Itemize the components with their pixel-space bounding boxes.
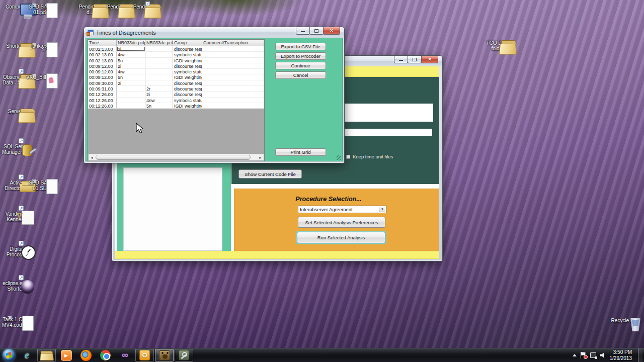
table-row[interactable]: 00:02:13.005nIGDI weighting (88, 58, 264, 63)
continue-button[interactable]: Continue (275, 62, 326, 69)
grid-header-cell[interactable]: Group (173, 40, 202, 46)
grid-cell[interactable]: 00:09:30.00 (88, 80, 117, 85)
results-listbox[interactable] (123, 167, 222, 251)
grid-cell[interactable]: discourse respo (173, 63, 202, 68)
grid-cell[interactable] (117, 98, 145, 103)
table-row[interactable]: 00:09:12.005nIGDI weighting (88, 74, 264, 80)
grid-cell[interactable]: discourse respo (173, 46, 202, 51)
grid-cell[interactable] (117, 103, 145, 108)
procedure-dropdown[interactable]: Interobserver Agreement ▼ (298, 206, 386, 213)
desktop-icon-tco-data[interactable]: TCO Data folder (483, 39, 512, 51)
grid-cell[interactable] (202, 86, 264, 91)
table-row[interactable]: 00:09:12.004iwsymbolic status (88, 69, 264, 74)
grid-cell[interactable]: 5n (145, 103, 173, 108)
grid-cell[interactable]: 00:02:13.00 (88, 52, 117, 57)
chevron-down-icon[interactable]: ▼ (379, 207, 385, 212)
grid-cell[interactable] (145, 80, 173, 85)
desktop-icon-spd-salt-slt[interactable]: SPD SALT 01.SLT (26, 179, 55, 191)
grid-cell[interactable]: 2i (117, 46, 145, 51)
grid-cell[interactable]: 5n (117, 74, 145, 79)
desktop-icon-vkc-billing[interactable]: VKC_Billing... (26, 73, 55, 80)
grid-cell[interactable] (145, 58, 173, 63)
taskbar-item-firefox[interactable] (76, 349, 95, 361)
desktop-icon-junk-pdv[interactable]: ◷ junk.pdv (26, 42, 55, 49)
grid-cell[interactable]: discourse respo (173, 92, 202, 97)
grid-cell[interactable] (202, 52, 264, 57)
scroll-right-icon[interactable]: ► (257, 154, 264, 161)
taskbar-item-chrome[interactable] (96, 349, 115, 361)
taskbar-item-mooses[interactable] (155, 349, 174, 361)
volume-icon[interactable] (600, 352, 606, 358)
table-row[interactable]: 00:12:26.004nwsymbolic status (88, 98, 264, 103)
set-analysis-preferences-button[interactable]: Set Selected Analysis Preferences (298, 217, 385, 228)
desktop-icon-digital-procoder[interactable]: ↗ Digital Procoder (2, 245, 31, 257)
desktop-icon-spd-salt-pdv[interactable]: ◷ SPD SALT 01.pdv (26, 3, 55, 15)
grid-cell[interactable] (145, 69, 173, 74)
maximize-button[interactable] (309, 27, 324, 35)
grid-cell[interactable] (202, 103, 264, 108)
desktop-icon-pending1[interactable]: ✓ Pending (128, 3, 157, 10)
cancel-button[interactable]: Cancel (275, 71, 326, 79)
grid-cell[interactable] (117, 86, 145, 91)
grid-cell[interactable]: symbolic status (173, 69, 202, 74)
grid-cell[interactable] (145, 63, 173, 68)
grid-cell[interactable]: 00:09:31.00 (88, 86, 117, 91)
grid-cell[interactable] (117, 92, 145, 97)
keep-time-checkbox[interactable] (346, 155, 350, 159)
show-current-code-file-button[interactable]: Show Current Code File (238, 169, 302, 178)
desktop-icon-recycle-bin[interactable]: Recycle Bin (610, 317, 639, 323)
grid-cell[interactable]: 00:12:26.00 (88, 103, 117, 108)
horizontal-scrollbar[interactable]: ◄ ► (89, 154, 264, 160)
grid-header-cell[interactable]: Comment/Transription (202, 40, 264, 46)
grid-cell[interactable] (202, 92, 264, 97)
grid-cell[interactable]: 00:12:26.00 (88, 98, 117, 103)
grid-cell[interactable]: IGDI weighting (173, 103, 202, 108)
grid-cell[interactable] (145, 52, 173, 57)
grid-cell[interactable]: 5n (117, 58, 145, 63)
table-row[interactable]: 00:09:31.002rdiscourse respo (88, 86, 264, 92)
grid-cell[interactable]: symbolic status (173, 52, 202, 57)
table-row[interactable]: 00:12:26.002idiscourse respo (88, 92, 264, 97)
grid-cell[interactable] (202, 58, 264, 63)
grid-cell[interactable] (145, 46, 173, 51)
grid-header-cell[interactable]: NR033dc-pcfp3a (117, 40, 145, 46)
grid-cell[interactable] (202, 74, 264, 79)
show-desktop-button[interactable] (638, 348, 642, 362)
close-button[interactable]: ✕ (323, 27, 340, 35)
grid-cell[interactable]: discourse respo (173, 80, 202, 85)
grid-cell[interactable]: 00:09:12.00 (88, 69, 117, 74)
grid-cell[interactable]: 00:12:26.00 (88, 92, 117, 97)
table-row[interactable]: 00:09:12.002idiscourse respo (88, 63, 264, 69)
table-row[interactable]: 00:12:26.005nIGDI weighting (88, 103, 264, 109)
grid-cell[interactable]: 4nw (145, 98, 173, 103)
run-selected-analysis-button[interactable]: Run Selected Analysis (297, 232, 385, 243)
action-center-flag-icon[interactable] (581, 352, 586, 358)
grid-cell[interactable]: 4iw (117, 52, 145, 57)
grid-cell[interactable]: 00:02:13.00 (88, 46, 117, 51)
grid-cell[interactable] (145, 74, 173, 79)
grid-cell[interactable]: 2i (117, 80, 145, 85)
grid-cell[interactable]: 2r (145, 86, 173, 91)
desktop-icon-servers[interactable]: Servers (2, 108, 31, 114)
taskbar-clock[interactable]: 3:50 PM 1/29/2013 (610, 349, 634, 361)
print-grid-button[interactable]: Print Grid (275, 148, 326, 156)
table-row[interactable]: 00:02:13.004iwsymbolic status (88, 52, 264, 57)
grid-cell[interactable]: IGDI weighting (173, 58, 202, 63)
grid-cell[interactable]: 00:02:13.00 (88, 58, 117, 63)
grid-cell[interactable]: symbolic status (173, 98, 202, 103)
grid-cell[interactable]: 00:09:12.00 (88, 74, 117, 79)
desktop-icon-sql-server[interactable]: ↗ SQL Server Manageme... (2, 143, 31, 155)
desktop-icon-eclipse[interactable]: ↗ eclipse.exe - Shortcut (2, 280, 31, 292)
tray-expand-icon[interactable] (573, 354, 577, 356)
grid-cell[interactable]: 2i (145, 92, 173, 97)
grid-header-cell[interactable]: Time (88, 40, 117, 46)
scroll-left-icon[interactable]: ◄ (89, 154, 95, 161)
grid-cell[interactable] (202, 46, 264, 51)
taskbar-item-explorer[interactable] (37, 349, 56, 361)
network-icon[interactable] (590, 352, 596, 358)
desktop-icon-task1-code[interactable]: Task 1 Code MV4.cod.bak (2, 316, 31, 328)
taskbar-item-internet-explorer[interactable]: e (18, 349, 36, 361)
grid-cell[interactable] (202, 80, 264, 85)
export-csv-button[interactable]: Export to CSV File (275, 43, 326, 50)
grid-cell[interactable] (202, 69, 264, 74)
